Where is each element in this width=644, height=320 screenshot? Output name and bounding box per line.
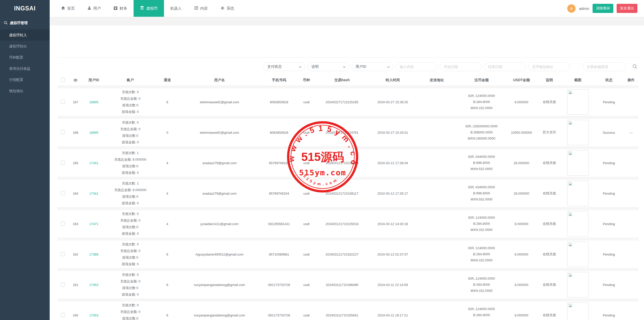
sidebar-section-label: 虚拟币管理 [10, 21, 28, 25]
screenshot-thumbnail[interactable] [567, 272, 588, 297]
cell-hash: 202403271711525165 [315, 100, 369, 104]
cell-hash: 202403111710155841 [315, 313, 369, 317]
row-checkbox[interactable] [61, 282, 65, 287]
cell-phone: 081265561411 [260, 222, 298, 226]
content-input[interactable] [396, 62, 437, 71]
sidebar-item[interactable]: 虚拟币转出 [0, 41, 50, 52]
cell-channel: 6 [156, 313, 179, 317]
nav-users[interactable]: 用户 [81, 0, 107, 17]
sidebar-item-label: 虚拟币转入 [9, 33, 27, 37]
content-icon [194, 6, 198, 11]
row-checkbox[interactable] [61, 252, 65, 256]
cell-screenshot [561, 150, 594, 176]
row-checkbox-cell [57, 100, 68, 105]
row-checkbox[interactable] [61, 100, 65, 104]
search-button[interactable] [632, 64, 637, 70]
screenshot-thumbnail[interactable] [567, 89, 588, 115]
user-id-link[interactable]: 16895 [89, 131, 98, 134]
cell-status: Pending [594, 100, 623, 104]
row-checkbox[interactable] [61, 161, 65, 165]
cell-coin: usdt [298, 192, 315, 195]
user-id-select[interactable]: 用户ID [352, 62, 393, 71]
user-id-link[interactable]: 17453 [89, 283, 98, 287]
screenshot-thumbnail[interactable] [567, 120, 588, 145]
clear-cache-button[interactable]: 清除缓存 [593, 4, 613, 13]
header-remark: 说明 [537, 78, 561, 82]
cell-coin: usdt [298, 100, 315, 104]
user-id-link[interactable]: 17388 [89, 252, 98, 256]
cell-time: 2024-03-12 17:35:17 [369, 192, 416, 195]
header-send-address: 发送地址 [416, 78, 457, 82]
nav-virtual-currency[interactable]: 虚拟币 [134, 0, 164, 17]
screenshot-thumbnail[interactable] [567, 181, 588, 206]
cell-username: nuryanipangandaheng@gmail.com [179, 313, 260, 317]
cell-usdt-amount: 8.000000 [506, 283, 537, 287]
remark-select[interactable]: 说明 [307, 62, 349, 71]
cell-hash: 202403121710236117 [315, 192, 369, 195]
header-usdt-amount: USDT金额 [506, 78, 537, 82]
cell-channel: 6 [156, 283, 179, 287]
screenshot-thumbnail[interactable] [567, 150, 588, 176]
screenshot-thumbnail[interactable] [567, 211, 588, 237]
sidebar-item[interactable]: 钱包地址 [0, 85, 50, 96]
table-row: 164 17341 充值次数: 1 充值总金额: 8.000000 提现次数:0… [57, 180, 639, 207]
sidebar-item[interactable]: 虚拟币转入 [0, 29, 50, 41]
sidebar-menu: 虚拟币转入 虚拟币转出 币种配置 查询当日收益 行情配置 钱包地址 [0, 29, 50, 96]
header-username: 用户名 [179, 78, 260, 82]
cell-hash: 202403121710182227 [315, 252, 369, 256]
row-checkbox-cell [57, 191, 68, 196]
row-checkbox[interactable] [61, 222, 65, 226]
content-panel: 支付状态 说明 用户ID ID 用户ID 账户 通道 用户名 手机号码 币种 交… [50, 25, 644, 320]
nav-home[interactable]: 首页 [55, 0, 81, 17]
nav-content[interactable]: 内容 [188, 0, 214, 17]
nav-finance[interactable]: ¥ 财务 [107, 0, 134, 17]
screenshot-thumbnail[interactable] [567, 302, 588, 320]
nav-robot[interactable]: 机器人 [164, 0, 188, 17]
header-status: 状态 [594, 78, 623, 82]
row-checkbox-cell [57, 252, 68, 257]
row-checkbox[interactable] [61, 130, 65, 134]
table-row: 166 16895 充值次数: 0 充值总金额: 0 提现次数:0 提现金额: … [57, 119, 639, 146]
sidebar: INGSAI 虚拟币管理 虚拟币转入 虚拟币转出 币种配置 查询当日收益 行情配… [0, 0, 50, 320]
logout-button[interactable]: 安全退出 [617, 4, 637, 13]
wallet-address-input[interactable] [528, 62, 570, 71]
nav-system[interactable]: 系统 [214, 0, 241, 17]
sidebar-item[interactable]: 币种配置 [0, 52, 50, 63]
row-checkbox-cell [57, 282, 68, 287]
cell-fiat-amount: IDR.:124000.0000 B:284.8000 MXN:152.0000 [457, 306, 506, 320]
end-date-input[interactable] [484, 62, 526, 71]
cell-action[interactable]: --- [623, 131, 639, 134]
cell-account: 充值次数: 1 充值总金额: 8.000000 提现次数:0 提现金额: 0 [105, 150, 156, 176]
cell-fiat-amount: IDR.:124000.0000 B:284.8000 MXN:152.0000 [457, 245, 506, 263]
select-value: 说明 [311, 64, 319, 69]
amount-search-input[interactable] [583, 62, 626, 71]
sidebar-item[interactable]: 查询当日收益 [0, 63, 50, 74]
user-id-link[interactable]: 17341 [89, 161, 98, 165]
cell-remark: 在线充值 [537, 313, 561, 317]
admin-page: { "colors": { "accent_green": "#1ab394",… [0, 0, 644, 320]
cell-status: Pending [594, 222, 623, 226]
row-checkbox-cell [57, 222, 68, 226]
user-id-link[interactable]: 17453 [89, 313, 98, 317]
user-id-link[interactable]: 16895 [89, 100, 98, 104]
chevron-down-icon [387, 65, 390, 69]
user-id-link[interactable]: 17341 [89, 192, 98, 195]
avatar[interactable]: a [567, 4, 576, 13]
screenshot-thumbnail[interactable] [567, 242, 588, 267]
cell-usdt-amount: 28.000000 [506, 161, 537, 165]
payment-status-select[interactable]: 支付状态 [263, 62, 305, 71]
header-coin: 币种 [298, 78, 315, 82]
user-id-link[interactable]: 17471 [89, 222, 98, 226]
cell-usdt-amount: 28.000000 [506, 192, 537, 195]
start-date-input[interactable] [440, 62, 482, 71]
sidebar-item[interactable]: 行情配置 [0, 74, 50, 85]
cell-screenshot [561, 211, 594, 237]
sidebar-section-virtual-currency[interactable]: 虚拟币管理 [0, 17, 50, 29]
cell-time: 2024-03-12 17:36:04 [369, 161, 416, 165]
select-all-checkbox[interactable] [61, 78, 65, 82]
row-checkbox[interactable] [61, 191, 65, 195]
user-icon [87, 6, 91, 11]
cell-status: Pending [594, 252, 623, 256]
row-checkbox[interactable] [61, 313, 65, 317]
cell-fiat-amount: IDR.:124000.0000 B:284.8000 MXN:152.0000 [457, 93, 506, 111]
